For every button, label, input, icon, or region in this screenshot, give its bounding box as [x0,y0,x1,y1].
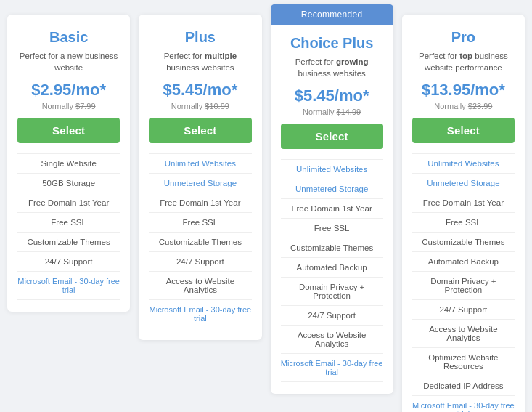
feature-item: Customizable Themes [149,233,251,252]
plan-card-basic: Basic Perfect for a new business website… [7,15,130,312]
pricing-container: Basic Perfect for a new business website… [7,15,525,412]
features-list: Unlimited WebsitesUnmetered StorageFree … [412,153,515,412]
feature-item: Automated Backup [281,258,383,278]
plan-name: Choice Plus [281,35,383,52]
feature-item: 24/7 Support [149,252,251,272]
plan-name: Pro [412,29,515,46]
feature-item: 24/7 Support [281,306,383,326]
feature-item: Free Domain 1st Year [17,193,120,213]
plan-price: $13.95/mo* [412,81,515,100]
feature-item: Free SSL [412,213,515,233]
feature-item: Free SSL [17,213,120,233]
feature-item: Customizable Themes [281,238,383,258]
plan-price: $2.95/mo* [17,81,120,100]
plan-normal-price: Normally $10.99 [149,102,251,110]
feature-item: Automated Backup [412,252,515,272]
feature-item: Microsoft Email - 30-day free trial [149,300,251,328]
feature-item: Domain Privacy + Protection [412,272,515,300]
feature-item: Microsoft Email - 30-day free trial [17,272,120,300]
feature-item: Free SSL [149,213,251,233]
feature-item: Customizable Themes [412,233,515,252]
plan-normal-price: Normally $7.99 [17,102,120,110]
feature-item: Access to Website Analytics [149,272,251,300]
plan-normal-price: Normally $23.99 [412,102,515,110]
feature-item: 24/7 Support [17,252,120,272]
features-list: Unlimited WebsitesUnmetered StorageFree … [149,153,251,328]
feature-item: Customizable Themes [17,233,120,252]
plan-tagline: Perfect for a new business website [17,50,120,73]
plan-tagline: Perfect for growing business websites [281,56,383,79]
plan-card-pro: Pro Perfect for top business website per… [402,15,525,412]
feature-item: Unlimited Websites [412,154,515,174]
select-button[interactable]: Select [17,118,120,143]
feature-item: Microsoft Email - 30-day free trial [281,354,383,382]
feature-item: Optimized Website Resources [412,348,515,376]
feature-item: Microsoft Email - 30-day free trial [412,396,515,412]
feature-item: Free Domain 1st Year [281,199,383,219]
plan-price: $5.45/mo* [149,81,251,100]
plan-price: $5.45/mo* [281,86,383,105]
feature-item: Dedicated IP Address [412,376,515,396]
features-list: Unlimited WebsitesUnmetered StorageFree … [281,159,383,382]
plan-tagline: Perfect for top business website perform… [412,50,515,73]
feature-item: Unmetered Storage [149,174,251,193]
feature-item: Free Domain 1st Year [412,193,515,213]
feature-item: 50GB Storage [17,174,120,193]
feature-item: Free Domain 1st Year [149,193,251,213]
feature-item: Single Website [17,154,120,174]
plan-card-plus: Plus Perfect for multiple business websi… [139,15,261,340]
select-button[interactable]: Select [281,124,383,149]
feature-item: Unmetered Storage [412,174,515,193]
feature-item: Domain Privacy + Protection [281,278,383,306]
plan-name: Basic [17,29,120,46]
feature-item: Access to Website Analytics [281,326,383,354]
feature-item: Unlimited Websites [149,154,251,174]
feature-item: 24/7 Support [412,300,515,320]
plan-normal-price: Normally $14.99 [281,108,383,116]
feature-item: Free SSL [281,219,383,238]
plan-name: Plus [149,29,251,46]
recommended-badge: Recommended [271,4,393,25]
plan-tagline: Perfect for multiple business websites [149,50,251,73]
plan-card-choice-plus: Recommended Choice Plus Perfect for grow… [271,4,393,394]
features-list: Single Website50GB StorageFree Domain 1s… [17,153,120,300]
select-button[interactable]: Select [149,118,251,143]
feature-item: Access to Website Analytics [412,320,515,348]
feature-item: Unlimited Websites [281,160,383,179]
select-button[interactable]: Select [412,118,515,143]
feature-item: Unmetered Storage [281,179,383,199]
